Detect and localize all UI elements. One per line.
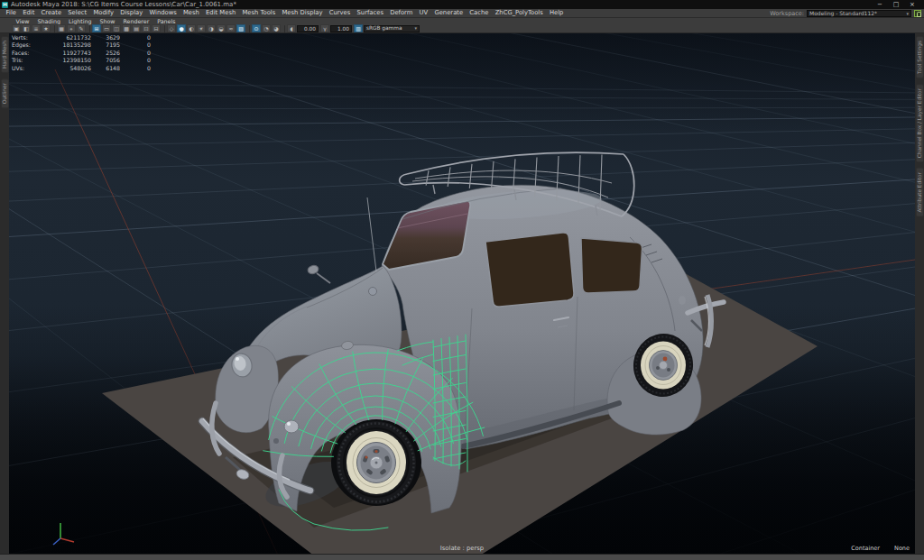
quarter-window bbox=[581, 238, 642, 293]
shadows-icon[interactable]: ◑ bbox=[207, 24, 216, 32]
menu-cache[interactable]: Cache bbox=[467, 9, 492, 17]
toolbar-separator bbox=[54, 25, 55, 32]
menu-surfaces[interactable]: Surfaces bbox=[354, 9, 387, 17]
lock-camera-icon[interactable]: ◧ bbox=[22, 24, 31, 32]
safe-action-icon[interactable]: ⊡ bbox=[142, 24, 151, 32]
container-label: Container bbox=[851, 545, 880, 552]
menu-edit-mesh[interactable]: Edit Mesh bbox=[202, 9, 238, 17]
dock-tab-tool-settings[interactable]: Tool Settings bbox=[916, 36, 924, 78]
polycount-label: UVs: bbox=[12, 65, 39, 72]
wireframe-icon[interactable]: ◇ bbox=[167, 24, 176, 32]
menu-display[interactable]: Display bbox=[117, 9, 146, 17]
resolution-gate-icon[interactable]: ◫ bbox=[112, 24, 121, 32]
menu-file[interactable]: File bbox=[3, 9, 20, 17]
textured-icon[interactable]: ◐ bbox=[187, 24, 196, 32]
menu-help[interactable]: Help bbox=[546, 9, 567, 17]
menu-mesh-tools[interactable]: Mesh Tools bbox=[239, 9, 279, 17]
select-camera-icon[interactable]: ▣ bbox=[12, 24, 21, 32]
polycount-total: 6211732 bbox=[39, 34, 91, 41]
gamma-icon[interactable]: γ bbox=[320, 24, 329, 32]
menu-bar: FileEditCreateSelectModifyDisplayWindows… bbox=[0, 9, 924, 18]
chevron-down-icon: ▾ bbox=[414, 25, 417, 32]
motion-blur-icon[interactable]: ≈ bbox=[226, 24, 236, 32]
menu-uv[interactable]: UV bbox=[416, 9, 431, 17]
viewport-canvas[interactable] bbox=[9, 33, 915, 554]
grease-pencil-icon[interactable]: ✎ bbox=[77, 24, 86, 32]
joint-xray-icon[interactable]: ◕ bbox=[272, 24, 281, 32]
polycount-other: 0 bbox=[120, 34, 151, 41]
field-chart-icon[interactable]: ▤ bbox=[132, 24, 141, 32]
view-transform-dropdown[interactable]: sRGB gamma▾ bbox=[364, 25, 420, 32]
view-transform-icon[interactable]: ▥ bbox=[354, 24, 363, 32]
menu-mesh[interactable]: Mesh bbox=[180, 9, 202, 17]
use-all-lights-icon[interactable]: ☀ bbox=[197, 24, 206, 32]
ambient-occlusion-icon[interactable]: ◒ bbox=[217, 24, 226, 32]
workspace-dropdown[interactable]: Modeling - Standard112* ▾ bbox=[807, 10, 911, 17]
workspace-lock-icon[interactable] bbox=[914, 10, 921, 17]
gamma-field[interactable]: 1.00 bbox=[330, 25, 352, 32]
polycount-row: Edges:1813529871950 bbox=[12, 41, 151, 49]
exposure-icon[interactable]: ◖ bbox=[287, 24, 296, 32]
safe-title-icon[interactable]: ⊟ bbox=[152, 24, 161, 32]
window-title: Autodesk Maya 2018: S:\CG Items Course L… bbox=[11, 1, 236, 8]
shaded-icon[interactable]: ● bbox=[177, 24, 186, 32]
camera-attributes-icon[interactable]: ≡ bbox=[32, 24, 41, 32]
menu-select[interactable]: Select bbox=[65, 9, 90, 17]
help-line bbox=[0, 554, 924, 560]
xray-icon[interactable]: ◔ bbox=[262, 24, 271, 32]
toolbar-separator bbox=[164, 25, 165, 32]
maximize-button[interactable]: □ bbox=[888, 0, 904, 9]
polycount-row: UVs:54802661480 bbox=[12, 65, 151, 72]
menu-windows[interactable]: Windows bbox=[146, 9, 180, 17]
panel-menu-view[interactable]: View bbox=[12, 18, 33, 24]
workspace-label: Workspace: bbox=[770, 10, 804, 17]
polycount-row: Tris:1239815070560 bbox=[12, 57, 151, 64]
menu-modify[interactable]: Modify bbox=[90, 9, 117, 17]
polycount-total: 12398150 bbox=[39, 57, 91, 64]
polycount-total: 548026 bbox=[39, 65, 91, 72]
polycount-selected: 3629 bbox=[91, 34, 120, 41]
polycount-other: 0 bbox=[120, 57, 151, 64]
menu-generate[interactable]: Generate bbox=[431, 9, 467, 17]
minimize-button[interactable]: − bbox=[872, 0, 888, 9]
dock-tab-outliner[interactable]: Outliner bbox=[1, 78, 9, 108]
panel-menu-lighting[interactable]: Lighting bbox=[65, 18, 96, 24]
container-value: None bbox=[894, 545, 910, 552]
panel-menu-shading[interactable]: Shading bbox=[33, 18, 65, 24]
bookmark-icon[interactable]: ★ bbox=[42, 24, 51, 32]
multisample-aa-icon[interactable]: ▨ bbox=[236, 24, 245, 32]
menu-edit[interactable]: Edit bbox=[20, 9, 38, 17]
menu-zhcg-polytools[interactable]: ZhCG_PolyTools bbox=[492, 9, 546, 17]
isolate-select-icon[interactable]: ⊙ bbox=[252, 24, 261, 32]
workspace-switcher: Workspace: Modeling - Standard112* ▾ bbox=[770, 10, 924, 17]
dock-tab-attribute-editor[interactable]: Attribute Editor bbox=[916, 168, 924, 217]
menu-deform[interactable]: Deform bbox=[387, 9, 416, 17]
exposure-field[interactable]: 0.00 bbox=[297, 25, 319, 32]
film-gate-icon[interactable]: ▭ bbox=[102, 24, 111, 32]
polycount-total: 18135298 bbox=[39, 41, 91, 49]
polycount-other: 0 bbox=[120, 41, 151, 49]
menu-mesh-display[interactable]: Mesh Display bbox=[279, 9, 326, 17]
headlight-glare bbox=[236, 357, 239, 361]
gate-mask-icon[interactable]: ▩ bbox=[122, 24, 131, 32]
title-bar: M Autodesk Maya 2018: S:\CG Items Course… bbox=[0, 0, 924, 9]
close-button[interactable]: × bbox=[904, 0, 920, 9]
menu-create[interactable]: Create bbox=[38, 9, 65, 17]
workspace-value: Modeling - Standard112* bbox=[809, 10, 877, 16]
vw-hood-badge bbox=[369, 288, 377, 296]
polycount-row: Verts:621173236290 bbox=[12, 34, 151, 41]
panel-menu-show[interactable]: Show bbox=[96, 18, 119, 24]
grid-icon[interactable]: ⊞ bbox=[92, 24, 101, 32]
2d-pan-zoom-icon[interactable]: ⌖ bbox=[67, 24, 76, 32]
dock-tab-channel-box-layer-editor[interactable]: Channel Box / Layer Editor bbox=[916, 84, 924, 162]
polycount-total: 11927743 bbox=[39, 50, 91, 57]
dock-tab-hard-mesh[interactable]: Hard Mesh bbox=[1, 36, 9, 73]
panel-menu-panels[interactable]: Panels bbox=[153, 18, 180, 24]
image-plane-icon[interactable]: ▦ bbox=[57, 24, 66, 32]
container-hud: Container None bbox=[851, 545, 910, 552]
polycount-label: Faces: bbox=[12, 50, 39, 57]
panel-menu-renderer[interactable]: Renderer bbox=[119, 18, 153, 24]
menu-curves[interactable]: Curves bbox=[326, 9, 354, 17]
perspective-viewport[interactable]: Verts:621173236290Edges:1813529871950Fac… bbox=[9, 33, 915, 554]
polycount-other: 0 bbox=[120, 65, 151, 72]
